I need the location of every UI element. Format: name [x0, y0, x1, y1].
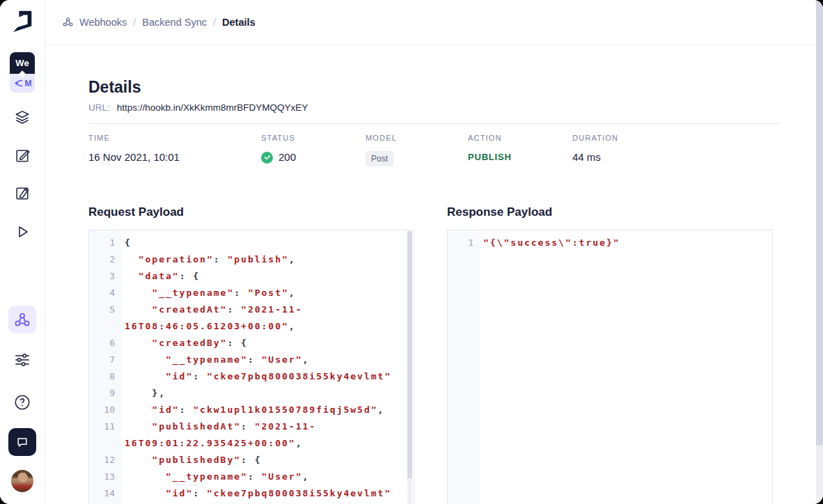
main-content: Details URL: https://hookb.in/XkKkmm8mrB…: [45, 45, 823, 504]
meta-label: MODEL: [366, 133, 468, 143]
sidebar-item-api-playground[interactable]: [8, 218, 36, 246]
meta-value: 16 Nov 2021, 10:01: [88, 151, 261, 164]
url-row: URL: https://hookb.in/XkKkmm8mrBFDYMQQYx…: [88, 102, 780, 114]
action-value: PUBLISH: [468, 151, 572, 164]
scrollbar-thumb[interactable]: [407, 231, 412, 478]
breadcrumb-separator: /: [133, 17, 136, 28]
code-line: 6 "createdBy": {: [89, 335, 414, 352]
code-line: 13 "__typename": "User",: [89, 468, 414, 485]
line-number: 8: [89, 368, 121, 385]
sidebar-item-settings[interactable]: [8, 346, 36, 374]
meta-label: DURATION: [572, 133, 618, 143]
line-number: 6: [89, 335, 121, 352]
environment-badge[interactable]: M: [10, 74, 35, 93]
project-switcher[interactable]: We M: [10, 52, 35, 93]
code-lines: 1{2 "operation": "publish",3 "data": {4 …: [89, 230, 414, 504]
breadcrumb-backend-sync[interactable]: Backend Sync: [142, 17, 207, 28]
sidebar-item-assets[interactable]: [8, 179, 36, 207]
line-number: 4: [89, 285, 121, 301]
code-line: 14 "id": "ckee7pbq800038i55ky4evlmt": [89, 485, 414, 502]
meta-value: Post: [366, 151, 468, 166]
meta-model: MODEL Post: [366, 133, 468, 166]
scrollbar-track: [407, 478, 412, 504]
code-text: "{\"success\":true}": [480, 235, 772, 251]
page-scrollbar-thumb[interactable]: [816, 0, 823, 446]
meta-status: STATUS 200: [261, 133, 366, 166]
request-payload-title: Request Payload: [88, 205, 414, 220]
code-line: 12 "publishedBy": {: [89, 452, 414, 468]
code-text: {: [121, 235, 414, 251]
sidebar-item-help[interactable]: [8, 388, 36, 416]
response-payload-code[interactable]: 1"{\"success\":true}": [447, 230, 773, 504]
divider: [88, 123, 780, 124]
line-number: 3: [89, 268, 121, 285]
code-line: 1"{\"success\":true}": [448, 235, 772, 251]
breadcrumb-details: Details: [222, 17, 256, 28]
meta-time: TIME 16 Nov 2021, 10:01: [88, 133, 261, 166]
code-text: "id": "ckee7pbq800038i55ky4evlmt": [121, 368, 414, 385]
request-payload-code[interactable]: 1{2 "operation": "publish",3 "data": {4 …: [88, 230, 414, 504]
environment-label: M: [25, 79, 32, 88]
code-line: 9 },: [89, 385, 414, 402]
line-number: 1: [448, 235, 480, 251]
sidebar-item-schema[interactable]: [8, 103, 36, 131]
code-text: "createdBy": {: [121, 335, 414, 352]
feedback-chat-button[interactable]: [8, 428, 36, 456]
edit-alt-icon: [14, 184, 31, 202]
response-payload-section: Response Payload 1"{\"success\":true}": [447, 205, 773, 504]
url-value: https://hookb.in/XkKkmm8mrBFDYMQQYxEY: [117, 102, 308, 114]
line-number: 13: [89, 468, 121, 485]
play-icon: [14, 223, 31, 240]
code-line: 3 "data": {: [89, 268, 414, 285]
meta-value: 44 ms: [572, 151, 618, 164]
graphcms-logo-icon: [11, 7, 35, 35]
sidebar-item-webhooks[interactable]: [8, 306, 36, 333]
line-number-gutter: [448, 230, 480, 504]
help-icon: [13, 393, 31, 411]
meta-label: STATUS: [261, 133, 366, 143]
line-number: 1: [89, 235, 121, 251]
request-payload-scrollbar[interactable]: [407, 231, 412, 504]
code-text: "publishedAt": "2021-11-16T09:01:22.9354…: [121, 418, 414, 452]
chat-bubble-icon: [15, 435, 29, 449]
app-window: We M: [0, 0, 823, 504]
code-text: "__typename": "User",: [121, 352, 414, 368]
code-line: 4 "__typename": "Post",: [89, 285, 414, 301]
code-text: "id": "ckee7pbq800038i55ky4evlmt": [121, 485, 414, 502]
webhook-icon: [62, 16, 74, 28]
line-number: 11: [89, 418, 121, 452]
page-title: Details: [88, 77, 780, 97]
top-bar: Webhooks / Backend Sync / Details: [45, 0, 823, 45]
payloads: Request Payload 1{2 "operation": "publis…: [88, 205, 780, 504]
meta-row: TIME 16 Nov 2021, 10:01 STATUS 200 MODEL: [88, 133, 780, 166]
check-icon: [264, 154, 271, 161]
code-line: 11 "publishedAt": "2021-11-16T09:01:22.9…: [89, 418, 414, 452]
status-code: 200: [279, 151, 296, 164]
layers-icon: [13, 108, 31, 126]
meta-label: ACTION: [468, 133, 572, 143]
request-payload-section: Request Payload 1{2 "operation": "publis…: [88, 205, 414, 504]
code-text: },: [121, 385, 414, 402]
code-line: 1{: [89, 235, 414, 251]
line-number: 2: [89, 251, 121, 268]
code-text: "createdAt": "2021-11-16T08:46:05.61203+…: [121, 301, 414, 335]
code-text: "__typename": "Post",: [121, 285, 414, 301]
sidebar: We M: [0, 0, 45, 504]
user-avatar[interactable]: [11, 470, 33, 492]
code-line: 2 "operation": "publish",: [89, 251, 414, 268]
code-text: "__typename": "User",: [121, 468, 414, 485]
code-lines: 1"{\"success\":true}": [448, 230, 772, 251]
line-number: 7: [89, 352, 121, 368]
breadcrumb-webhooks[interactable]: Webhooks: [62, 16, 127, 28]
edit-icon: [14, 147, 31, 164]
code-line: 10 "id": "ckw1upl1k01550789fiqj5w5d",: [89, 402, 414, 418]
code-text: "id": "ckw1upl1k01550789fiqj5w5d",: [121, 402, 414, 418]
page-scrollbar[interactable]: [816, 0, 823, 504]
sidebar-item-content[interactable]: [8, 141, 36, 169]
webhook-icon: [13, 310, 31, 329]
line-number: 10: [89, 402, 121, 418]
breadcrumb-label: Webhooks: [79, 17, 127, 28]
branch-icon: [13, 79, 24, 88]
code-text: "operation": "publish",: [121, 251, 414, 268]
graphcms-logo[interactable]: [10, 6, 36, 36]
